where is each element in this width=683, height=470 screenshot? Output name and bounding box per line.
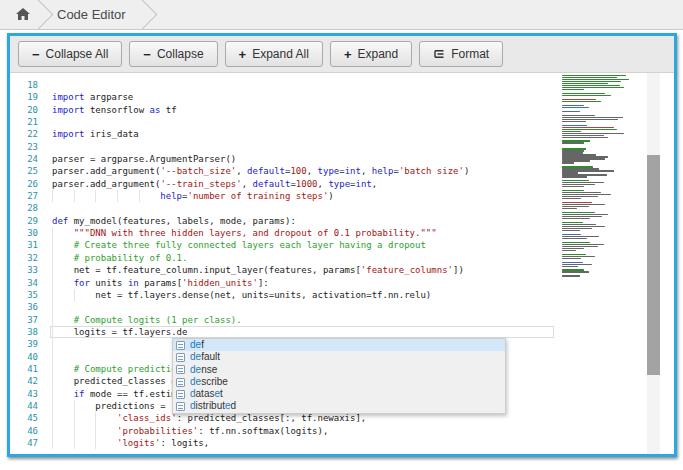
indent-guide [74,289,96,301]
code-editor-panel: −Collapse All−Collapse+Expand All+Expand… [7,33,677,457]
suggest-item-def[interactable]: def [173,339,505,351]
snippet-icon [176,390,185,399]
indent-guide [52,239,74,251]
breadcrumb: Code Editor [0,0,683,30]
snippet-icon [176,365,185,374]
indent-guide [52,252,74,264]
line-number: 20 [10,104,38,116]
code-line[interactable]: 45'class_ids': predicted_classes[:, tf.n… [10,412,674,424]
line-number: 45 [10,412,38,424]
line-number: 47 [10,437,38,449]
line-content [38,142,52,152]
indent-guide [139,190,161,202]
line-content: net = tf.layers.dense(net, units=units, … [38,290,431,300]
minimap[interactable] [560,75,634,289]
line-number: 19 [10,91,38,103]
button-label: Collapse All [46,47,109,61]
line-content: import iris_data [38,129,139,139]
indent-guide [95,190,117,202]
collapse-button[interactable]: −Collapse [129,41,217,67]
suggest-item-dense[interactable]: dense [173,364,505,376]
code-line[interactable]: 47'logits': logits, [10,437,674,449]
line-number: 34 [10,277,38,289]
indent-guide [52,425,74,437]
expand-button[interactable]: +Expand [330,41,412,67]
snippet-icon [176,378,185,387]
suggest-item-describe[interactable]: describe [173,376,505,388]
indent-guide [52,289,74,301]
suggest-item-distributed[interactable]: distributed [173,400,505,412]
line-content: # Compute predictions [38,364,187,374]
indent-guide [52,314,74,326]
line-number: 39 [10,338,38,350]
line-content [38,339,74,349]
suggest-label: default [190,351,220,363]
line-content [38,117,52,127]
indent-guide [74,437,96,449]
vertical-scrollbar[interactable] [647,73,660,454]
snippet-icon [176,402,185,411]
line-number: 40 [10,351,38,363]
indent-guide [52,363,74,375]
snippet-icon [176,353,185,362]
line-number: 43 [10,388,38,400]
indent-guide [74,400,96,412]
plus-icon: + [239,48,247,61]
line-content: 'logits': logits, [38,438,209,448]
indent-guide [52,227,74,239]
line-number: 25 [10,165,38,177]
suggest-item-dataset[interactable]: dataset [173,388,505,400]
line-number: 31 [10,239,38,251]
indent-guide [52,264,74,276]
line-content [38,203,52,213]
code-line[interactable]: 38logits = tf.layers.de [10,326,674,338]
indent-guide [52,375,74,387]
code-line[interactable]: 46'probabilities': tf.nn.softmax(logits)… [10,425,674,437]
suggest-label: dense [190,364,217,376]
line-number: 22 [10,128,38,140]
indent-guide [52,388,74,400]
expand-all-button[interactable]: +Expand All [225,41,323,67]
line-number: 41 [10,363,38,375]
line-number: 18 [10,79,38,91]
line-number: 23 [10,141,38,153]
chevron-right-icon [127,0,157,29]
line-content: predicted_classes = t [38,376,187,386]
line-number: 36 [10,301,38,313]
scrollbar-thumb[interactable] [647,155,660,375]
indent-guide [74,412,96,424]
line-content: """DNN with three hidden layers, and dro… [38,228,437,238]
code-editor[interactable]: 1819import argparse20import tensorflow a… [10,73,674,454]
indent-guide [95,437,117,449]
line-number: 37 [10,314,38,326]
line-content: 'probabilities': tf.nn.softmax(logits), [38,426,328,436]
collapse-all-button[interactable]: −Collapse All [18,41,122,67]
line-number: 35 [10,289,38,301]
code-line[interactable]: 37# Compute logits (1 per class). [10,314,674,326]
toolbar: −Collapse All−Collapse+Expand All+Expand… [10,36,674,73]
suggest-label: distributed [190,400,236,412]
code-line[interactable]: 36 [10,301,674,313]
format-button[interactable]: Format [419,41,503,67]
line-number: 46 [10,425,38,437]
minus-icon: − [143,48,151,61]
button-label: Collapse [157,47,204,61]
suggest-item-default[interactable]: default [173,351,505,363]
line-content: parser.add_argument('--batch_size', defa… [38,166,469,176]
line-number: 32 [10,252,38,264]
line-content: parser = argparse.ArgumentParser() [38,154,236,164]
button-label: Expand All [252,47,309,61]
line-number: 27 [10,190,38,202]
indent-guide [52,301,74,313]
line-number: 28 [10,202,38,214]
line-number: 29 [10,215,38,227]
plus-icon: + [344,48,352,61]
indent-guide [52,277,74,289]
suggest-label: dataset [190,388,223,400]
suggest-label: describe [190,376,228,388]
line-content: if mode == tf.estimat [38,389,187,399]
breadcrumb-item-code-editor[interactable]: Code Editor [51,7,140,22]
code-line[interactable]: 35net = tf.layers.dense(net, units=units… [10,289,674,301]
line-content: import argparse [38,92,133,102]
autocomplete-popup: defdefaultdensedescribedatasetdistribute… [172,338,506,414]
